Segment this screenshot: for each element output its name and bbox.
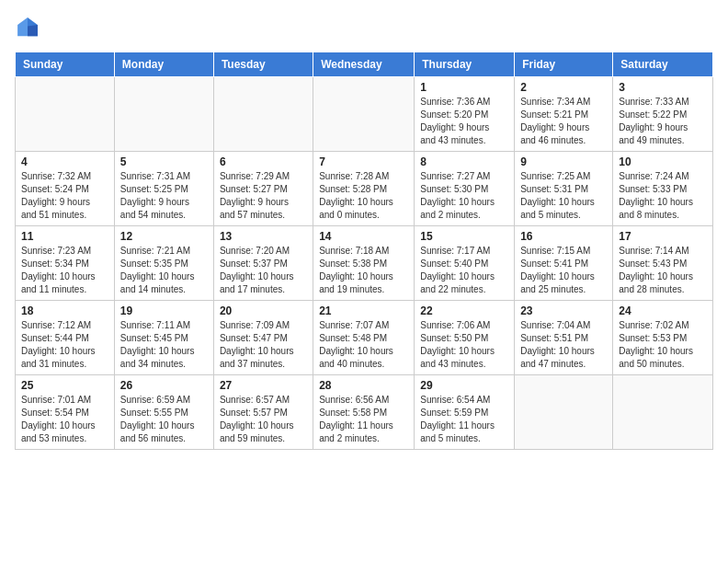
day-info: Sunrise: 7:15 AM Sunset: 5:41 PM Dayligh… bbox=[520, 245, 607, 296]
calendar-cell: 6Sunrise: 7:29 AM Sunset: 5:27 PM Daylig… bbox=[213, 152, 313, 226]
calendar-cell bbox=[613, 375, 713, 450]
calendar-header: SundayMondayTuesdayWednesdayThursdayFrid… bbox=[16, 52, 713, 77]
day-number: 27 bbox=[220, 379, 307, 392]
calendar-cell: 22Sunrise: 7:06 AM Sunset: 5:50 PM Dayli… bbox=[415, 301, 515, 375]
day-info: Sunrise: 6:59 AM Sunset: 5:55 PM Dayligh… bbox=[120, 394, 208, 445]
calendar-cell: 14Sunrise: 7:18 AM Sunset: 5:38 PM Dayli… bbox=[313, 226, 415, 301]
day-number: 13 bbox=[220, 230, 307, 243]
day-number: 28 bbox=[319, 379, 408, 392]
day-info: Sunrise: 7:23 AM Sunset: 5:34 PM Dayligh… bbox=[21, 245, 108, 296]
day-number: 14 bbox=[319, 230, 408, 243]
calendar-cell: 4Sunrise: 7:32 AM Sunset: 5:24 PM Daylig… bbox=[16, 152, 115, 226]
day-info: Sunrise: 7:29 AM Sunset: 5:27 PM Dayligh… bbox=[220, 170, 307, 222]
day-info: Sunrise: 7:12 AM Sunset: 5:44 PM Dayligh… bbox=[21, 319, 108, 371]
day-info: Sunrise: 7:18 AM Sunset: 5:38 PM Dayligh… bbox=[319, 245, 408, 296]
weekday-header-wednesday: Wednesday bbox=[313, 52, 415, 77]
calendar-cell bbox=[515, 375, 613, 450]
day-number: 23 bbox=[520, 304, 607, 317]
day-info: Sunrise: 7:33 AM Sunset: 5:22 PM Dayligh… bbox=[619, 96, 707, 147]
day-number: 24 bbox=[619, 304, 707, 317]
week-row-2: 4Sunrise: 7:32 AM Sunset: 5:24 PM Daylig… bbox=[16, 152, 713, 226]
day-info: Sunrise: 7:31 AM Sunset: 5:25 PM Dayligh… bbox=[120, 170, 208, 222]
day-number: 21 bbox=[319, 304, 408, 317]
weekday-header-saturday: Saturday bbox=[613, 52, 713, 77]
day-number: 8 bbox=[420, 155, 508, 168]
day-info: Sunrise: 7:34 AM Sunset: 5:21 PM Dayligh… bbox=[520, 96, 607, 147]
weekday-header-monday: Monday bbox=[114, 52, 213, 77]
calendar-cell: 15Sunrise: 7:17 AM Sunset: 5:40 PM Dayli… bbox=[415, 226, 515, 301]
day-info: Sunrise: 7:25 AM Sunset: 5:31 PM Dayligh… bbox=[520, 170, 607, 222]
calendar-cell: 16Sunrise: 7:15 AM Sunset: 5:41 PM Dayli… bbox=[515, 226, 613, 301]
day-number: 25 bbox=[21, 379, 108, 392]
weekday-row: SundayMondayTuesdayWednesdayThursdayFrid… bbox=[16, 52, 713, 77]
calendar-cell: 1Sunrise: 7:36 AM Sunset: 5:20 PM Daylig… bbox=[415, 77, 515, 152]
week-row-5: 25Sunrise: 7:01 AM Sunset: 5:54 PM Dayli… bbox=[16, 375, 713, 450]
calendar-cell bbox=[114, 77, 213, 152]
calendar-cell: 11Sunrise: 7:23 AM Sunset: 5:34 PM Dayli… bbox=[16, 226, 115, 301]
day-info: Sunrise: 7:21 AM Sunset: 5:35 PM Dayligh… bbox=[120, 245, 208, 296]
calendar-cell: 26Sunrise: 6:59 AM Sunset: 5:55 PM Dayli… bbox=[114, 375, 213, 450]
logo-icon bbox=[15, 15, 40, 40]
day-number: 19 bbox=[120, 304, 208, 317]
calendar-cell: 7Sunrise: 7:28 AM Sunset: 5:28 PM Daylig… bbox=[313, 152, 415, 226]
day-info: Sunrise: 7:04 AM Sunset: 5:51 PM Dayligh… bbox=[520, 319, 607, 371]
day-number: 18 bbox=[21, 304, 108, 317]
calendar-body: 1Sunrise: 7:36 AM Sunset: 5:20 PM Daylig… bbox=[16, 77, 713, 450]
calendar-cell: 3Sunrise: 7:33 AM Sunset: 5:22 PM Daylig… bbox=[613, 77, 713, 152]
calendar-cell bbox=[213, 77, 313, 152]
calendar-cell: 29Sunrise: 6:54 AM Sunset: 5:59 PM Dayli… bbox=[415, 375, 515, 450]
day-number: 29 bbox=[420, 379, 508, 392]
week-row-4: 18Sunrise: 7:12 AM Sunset: 5:44 PM Dayli… bbox=[16, 301, 713, 375]
day-info: Sunrise: 7:27 AM Sunset: 5:30 PM Dayligh… bbox=[420, 170, 508, 222]
day-info: Sunrise: 7:24 AM Sunset: 5:33 PM Dayligh… bbox=[619, 170, 707, 222]
day-number: 5 bbox=[120, 155, 208, 168]
day-number: 7 bbox=[319, 155, 408, 168]
calendar: SundayMondayTuesdayWednesdayThursdayFrid… bbox=[15, 52, 713, 450]
calendar-cell: 13Sunrise: 7:20 AM Sunset: 5:37 PM Dayli… bbox=[213, 226, 313, 301]
day-info: Sunrise: 7:07 AM Sunset: 5:48 PM Dayligh… bbox=[319, 319, 408, 371]
logo bbox=[15, 15, 44, 40]
day-info: Sunrise: 7:09 AM Sunset: 5:47 PM Dayligh… bbox=[220, 319, 307, 371]
calendar-cell: 23Sunrise: 7:04 AM Sunset: 5:51 PM Dayli… bbox=[515, 301, 613, 375]
day-info: Sunrise: 7:36 AM Sunset: 5:20 PM Dayligh… bbox=[420, 96, 508, 147]
svg-marker-1 bbox=[17, 17, 28, 36]
calendar-cell: 27Sunrise: 6:57 AM Sunset: 5:57 PM Dayli… bbox=[213, 375, 313, 450]
day-number: 10 bbox=[619, 155, 707, 168]
day-info: Sunrise: 7:17 AM Sunset: 5:40 PM Dayligh… bbox=[420, 245, 508, 296]
calendar-cell: 21Sunrise: 7:07 AM Sunset: 5:48 PM Dayli… bbox=[313, 301, 415, 375]
calendar-cell: 24Sunrise: 7:02 AM Sunset: 5:53 PM Dayli… bbox=[613, 301, 713, 375]
calendar-cell: 19Sunrise: 7:11 AM Sunset: 5:45 PM Dayli… bbox=[114, 301, 213, 375]
calendar-cell: 17Sunrise: 7:14 AM Sunset: 5:43 PM Dayli… bbox=[613, 226, 713, 301]
day-number: 20 bbox=[220, 304, 307, 317]
calendar-cell: 5Sunrise: 7:31 AM Sunset: 5:25 PM Daylig… bbox=[114, 152, 213, 226]
day-number: 15 bbox=[420, 230, 508, 243]
calendar-cell: 25Sunrise: 7:01 AM Sunset: 5:54 PM Dayli… bbox=[16, 375, 115, 450]
day-number: 22 bbox=[420, 304, 508, 317]
day-number: 16 bbox=[520, 230, 607, 243]
calendar-cell: 2Sunrise: 7:34 AM Sunset: 5:21 PM Daylig… bbox=[515, 77, 613, 152]
day-info: Sunrise: 6:54 AM Sunset: 5:59 PM Dayligh… bbox=[420, 394, 508, 445]
day-number: 17 bbox=[619, 230, 707, 243]
day-info: Sunrise: 6:56 AM Sunset: 5:58 PM Dayligh… bbox=[319, 394, 408, 445]
day-number: 12 bbox=[120, 230, 208, 243]
day-info: Sunrise: 7:01 AM Sunset: 5:54 PM Dayligh… bbox=[21, 394, 108, 445]
calendar-cell: 18Sunrise: 7:12 AM Sunset: 5:44 PM Dayli… bbox=[16, 301, 115, 375]
calendar-cell: 28Sunrise: 6:56 AM Sunset: 5:58 PM Dayli… bbox=[313, 375, 415, 450]
day-info: Sunrise: 6:57 AM Sunset: 5:57 PM Dayligh… bbox=[220, 394, 307, 445]
day-info: Sunrise: 7:11 AM Sunset: 5:45 PM Dayligh… bbox=[120, 319, 208, 371]
header bbox=[15, 15, 713, 40]
calendar-cell bbox=[313, 77, 415, 152]
calendar-cell: 8Sunrise: 7:27 AM Sunset: 5:30 PM Daylig… bbox=[415, 152, 515, 226]
day-number: 1 bbox=[420, 81, 508, 94]
svg-marker-2 bbox=[28, 25, 38, 36]
weekday-header-thursday: Thursday bbox=[415, 52, 515, 77]
calendar-cell: 10Sunrise: 7:24 AM Sunset: 5:33 PM Dayli… bbox=[613, 152, 713, 226]
day-info: Sunrise: 7:32 AM Sunset: 5:24 PM Dayligh… bbox=[21, 170, 108, 222]
calendar-cell: 20Sunrise: 7:09 AM Sunset: 5:47 PM Dayli… bbox=[213, 301, 313, 375]
day-info: Sunrise: 7:02 AM Sunset: 5:53 PM Dayligh… bbox=[619, 319, 707, 371]
day-info: Sunrise: 7:06 AM Sunset: 5:50 PM Dayligh… bbox=[420, 319, 508, 371]
weekday-header-friday: Friday bbox=[515, 52, 613, 77]
day-info: Sunrise: 7:28 AM Sunset: 5:28 PM Dayligh… bbox=[319, 170, 408, 222]
day-number: 6 bbox=[220, 155, 307, 168]
day-number: 4 bbox=[21, 155, 108, 168]
